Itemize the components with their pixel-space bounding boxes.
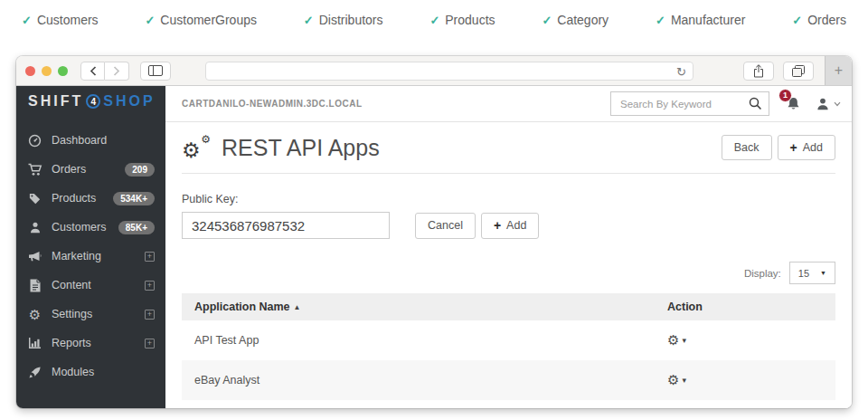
- zoom-button[interactable]: [58, 66, 68, 76]
- forward-nav-button[interactable]: [105, 62, 129, 81]
- search-icon[interactable]: [749, 97, 762, 110]
- chevron-down-icon: [834, 101, 841, 107]
- display-select[interactable]: 15 ▼: [789, 262, 835, 284]
- status-item-label: CustomerGroups: [160, 13, 257, 27]
- table-row: eBay Analyst ⚙ ▾: [182, 360, 835, 400]
- cart-icon: [27, 163, 42, 177]
- gears-icon: ⚙: [27, 308, 42, 321]
- status-item-customers[interactable]: ✓Customers: [22, 13, 99, 27]
- rocket-icon: [27, 366, 42, 379]
- screen: ✓Customers ✓CustomerGroups ✓Distributors…: [0, 0, 868, 420]
- expand-icon[interactable]: +: [145, 339, 155, 348]
- row-actions-dropdown[interactable]: ⚙ ▾: [667, 333, 686, 347]
- sidebar-toggle-button[interactable]: [140, 62, 171, 81]
- sidebar-item-label: Content: [52, 279, 136, 291]
- notifications-button[interactable]: 1: [786, 96, 801, 112]
- sidebar-item-marketing[interactable]: Marketing +: [16, 242, 165, 271]
- row-actions-dropdown[interactable]: ⚙ ▾: [667, 373, 686, 387]
- logo-prefix: SHIFT: [28, 93, 83, 110]
- logo-number-badge: 4: [86, 94, 100, 109]
- user-menu-button[interactable]: [816, 97, 841, 111]
- column-label: Action: [667, 301, 703, 313]
- status-item-customergroups[interactable]: ✓CustomerGroups: [145, 13, 257, 27]
- close-button[interactable]: [25, 66, 35, 76]
- sidebar-item-label: Reports: [52, 337, 136, 349]
- action-cell: ⚙ ▾: [667, 373, 823, 387]
- check-icon: ✓: [792, 14, 802, 27]
- api-apps-table: Application Name ▲ Action API Test App: [182, 293, 835, 400]
- refresh-icon[interactable]: ↻: [676, 63, 686, 81]
- column-application-name[interactable]: Application Name ▲: [194, 301, 667, 313]
- sidebar-item-label: Dashboard: [52, 134, 155, 147]
- status-item-products[interactable]: ✓Products: [429, 13, 495, 27]
- check-icon: ✓: [22, 14, 32, 27]
- gear-icon: ⚙: [667, 333, 679, 347]
- status-item-label: Category: [557, 13, 609, 27]
- public-key-label: Public Key:: [182, 193, 835, 205]
- status-item-category[interactable]: ✓Category: [542, 13, 609, 27]
- search-box: [610, 91, 769, 116]
- table-header: Application Name ▲ Action: [182, 293, 835, 320]
- search-input[interactable]: [611, 92, 769, 115]
- add-key-button[interactable]: + Add: [481, 213, 539, 239]
- breadcrumb: CARTDANILO-NEWADMIN.3DC.LOCAL: [182, 99, 610, 109]
- shift4shop-logo[interactable]: SHIFT 4 SHOP: [16, 86, 165, 117]
- sidebar-item-label: Products: [52, 192, 104, 205]
- add-button[interactable]: + Add: [778, 135, 835, 160]
- page-title: REST API Apps: [222, 135, 722, 161]
- window-controls: [25, 66, 68, 76]
- sidebar-item-modules[interactable]: Modules: [16, 358, 165, 387]
- tab-overview-button[interactable]: [783, 62, 814, 81]
- main-area: CARTDANILO-NEWADMIN.3DC.LOCAL 1: [165, 86, 852, 408]
- sidebar-item-content[interactable]: Content +: [16, 271, 165, 300]
- share-button[interactable]: [743, 62, 774, 81]
- gauge-icon: [27, 134, 42, 148]
- sidebar-item-label: Orders: [52, 163, 116, 176]
- caret-down-icon: ▾: [682, 376, 686, 385]
- sidebar-nav: Dashboard Orders 209 Products 534K+: [16, 117, 165, 387]
- sidebar-item-label: Modules: [52, 366, 155, 378]
- document-icon: [27, 279, 42, 292]
- column-action: Action: [667, 301, 823, 313]
- status-item-label: Orders: [807, 13, 846, 27]
- tabs-icon: [792, 65, 805, 77]
- cancel-button[interactable]: Cancel: [415, 213, 476, 239]
- chevron-right-icon: [113, 66, 120, 76]
- notification-count-badge: 1: [778, 89, 792, 102]
- orders-count-badge: 209: [125, 163, 155, 177]
- logo-suffix: SHOP: [103, 93, 155, 110]
- status-item-label: Manufacturer: [671, 13, 745, 27]
- status-item-manufacturer[interactable]: ✓Manufacturer: [656, 13, 745, 27]
- status-item-orders[interactable]: ✓Orders: [792, 13, 846, 27]
- page-title-row: ⚙ ⚙ REST API Apps Back + Add: [182, 134, 835, 161]
- status-bar: ✓Customers ✓CustomerGroups ✓Distributors…: [0, 0, 868, 40]
- expand-icon[interactable]: +: [145, 281, 155, 291]
- chevron-left-icon: [90, 66, 97, 76]
- address-bar[interactable]: ↻: [205, 62, 693, 81]
- expand-icon[interactable]: +: [145, 310, 155, 320]
- bar-chart-icon: [27, 337, 42, 349]
- select-caret-icon: ▼: [820, 270, 826, 276]
- share-icon: [753, 64, 764, 78]
- sidebar-item-settings[interactable]: ⚙ Settings +: [16, 300, 165, 329]
- expand-icon[interactable]: +: [145, 252, 155, 262]
- status-item-distributors[interactable]: ✓Distributors: [304, 13, 383, 27]
- column-label: Application Name: [194, 301, 290, 313]
- sidebar-item-customers[interactable]: Customers 85K+: [16, 213, 165, 242]
- sidebar-item-products[interactable]: Products 534K+: [16, 184, 165, 213]
- sort-asc-icon: ▲: [294, 303, 301, 311]
- action-cell: ⚙ ▾: [667, 333, 823, 348]
- back-button[interactable]: Back: [722, 135, 772, 160]
- sidebar-item-reports[interactable]: Reports +: [16, 329, 165, 358]
- new-tab-button[interactable]: +: [825, 56, 852, 85]
- sidebar-item-dashboard[interactable]: Dashboard: [16, 126, 165, 155]
- sidebar-item-orders[interactable]: Orders 209: [16, 155, 165, 184]
- caret-down-icon: ▾: [682, 336, 686, 345]
- display-label: Display:: [744, 268, 781, 279]
- minimize-button[interactable]: [42, 66, 52, 76]
- back-nav-button[interactable]: [80, 62, 105, 81]
- sidebar: SHIFT 4 SHOP Dashboard Orders 209: [16, 86, 165, 408]
- public-key-input[interactable]: [182, 212, 390, 239]
- sidebar-item-label: Settings: [52, 308, 136, 320]
- app-name-cell: eBay Analyst: [194, 374, 667, 387]
